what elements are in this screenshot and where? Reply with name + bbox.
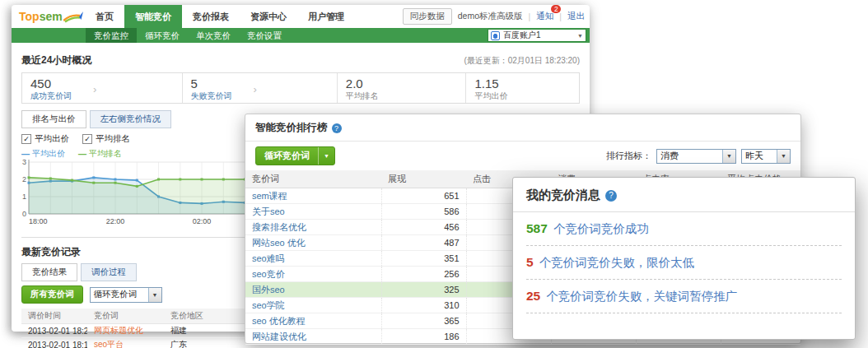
legend-avg-rank: —平均排名 — [78, 148, 122, 160]
chevron-down-icon: ▼ — [148, 288, 161, 302]
svg-text:02:00: 02:00 — [193, 217, 212, 225]
button-label: 循环竞价词 — [256, 147, 318, 165]
cell-keyword-link[interactable]: 国外seo — [245, 282, 381, 298]
nav-item-home[interactable]: 首页 — [85, 5, 124, 28]
logout-link[interactable]: 退出 — [567, 11, 585, 22]
subnav-item-single-bidding[interactable]: 单次竞价 — [188, 28, 239, 43]
select-value: 昨天 — [742, 150, 767, 162]
cell-keyword-link[interactable]: seo难吗 — [245, 251, 381, 267]
message-count: 5 — [526, 255, 534, 270]
message-success: 587 个竞价词竞价成功 — [526, 212, 842, 246]
baidu-account-icon — [491, 31, 500, 40]
subnav-item-loop-bidding[interactable]: 循环竞价 — [137, 28, 188, 43]
col-bid-region: 竞价地区 — [164, 309, 241, 324]
ranking-metric-label: 排行指标： — [606, 150, 651, 162]
logo-text-sem: sem — [40, 10, 63, 23]
tab-bid-results[interactable]: 竞价结果 — [21, 263, 77, 281]
separator: | — [559, 12, 562, 21]
separator: | — [529, 12, 531, 21]
top-navbar: Topsem 首页 智能竞价 竞价报表 资源中心 用户管理 同步数据 demo标… — [12, 5, 590, 28]
stat-label[interactable]: 成功竞价词 — [30, 90, 72, 102]
cell-impressions: 325 — [381, 282, 466, 298]
stat-label[interactable]: 失败竞价词 — [191, 90, 232, 102]
period-select[interactable]: 昨天 ▼ — [741, 149, 791, 164]
metric-select[interactable]: 消费 ▼ — [656, 149, 736, 164]
stat-average-rank: 2.0 平均排名 — [338, 73, 467, 103]
stat-label: 平均出价 — [474, 90, 507, 102]
cell-impressions: 256 — [381, 267, 466, 282]
cell-time: 2013-02-01 18:17 — [21, 338, 87, 348]
cell-keyword-link[interactable]: 搜索排名优化 — [245, 220, 381, 235]
cell-impressions: 456 — [381, 220, 466, 235]
checkbox-checked-icon: ✓ — [21, 134, 31, 144]
screenshot-canvas: { "logo": {"top": "Top", "sem": "sem"}, … — [0, 0, 868, 348]
cell-keyword-link[interactable]: seo学院 — [245, 298, 381, 313]
sync-data-button[interactable]: 同步数据 — [403, 8, 452, 25]
nav-item-smart-bidding[interactable]: 智能竞价 — [124, 5, 182, 28]
stat-failed-bid-words[interactable]: 5 失败竞价词 › — [183, 73, 338, 103]
cell-keyword-link[interactable]: 网站建设优化 — [245, 329, 381, 345]
button-label: 所有竞价词 — [22, 286, 82, 303]
ranking-title: 智能竞价排行榜 — [255, 121, 328, 135]
notifications-link[interactable]: 通知 2 — [536, 11, 553, 22]
cell-keyword-link[interactable]: seo竞价 — [245, 267, 381, 282]
select-value: 循环竞价词 — [91, 289, 141, 300]
cell-impressions: 365 — [381, 313, 466, 329]
tab-left-right-bidding[interactable]: 左右侧竞价情况 — [90, 110, 172, 128]
chevron-down-icon: ▼ — [577, 33, 583, 39]
stat-value: 1.15 — [474, 77, 507, 90]
col-bid-word: 竞价词 — [245, 170, 381, 188]
ranking-toolbar: 循环竞价词 ▼ 排行指标： 消费 ▼ 昨天 ▼ — [245, 142, 800, 170]
account-selector[interactable]: 百度账户1 ▼ — [488, 29, 586, 42]
main-menu: 首页 智能竞价 竞价报表 资源中心 用户管理 — [85, 5, 355, 28]
stat-successful-bid-words[interactable]: 450 成功竞价词 › — [22, 73, 183, 103]
nav-item-resource-center[interactable]: 资源中心 — [240, 5, 297, 28]
subnav-item-bid-monitoring[interactable]: 竞价监控 — [86, 28, 137, 43]
tab-adjustment-process[interactable]: 调价过程 — [81, 263, 137, 281]
nav-item-user-management[interactable]: 用户管理 — [297, 5, 355, 28]
message-count: 587 — [526, 221, 548, 236]
cell-keyword-link[interactable]: sem课程 — [245, 188, 381, 204]
all-bid-words-button[interactable]: 所有竞价词 — [21, 285, 83, 304]
subnav-item-bid-settings[interactable]: 竞价设置 — [239, 28, 290, 43]
chevron-down-icon: ▼ — [318, 147, 334, 165]
cell-keyword-link[interactable]: seo平台 — [87, 338, 164, 348]
message-link[interactable]: 个竞价词竞价成功 — [553, 221, 649, 237]
topsem-logo[interactable]: Topsem — [12, 5, 85, 28]
cell-keyword-link[interactable]: 网站seo 优化 — [245, 235, 381, 251]
cell-keyword-link[interactable]: 网页标题优化 — [87, 324, 164, 338]
tab-rank-and-bid[interactable]: 排名与出价 — [21, 110, 86, 128]
message-link[interactable]: 个竞价词竞价失败，关键词暂停推广 — [546, 289, 737, 304]
message-count: 25 — [526, 289, 540, 304]
stat-value: 2.0 — [346, 77, 379, 90]
nav-item-bid-reports[interactable]: 竞价报表 — [182, 5, 240, 28]
message-failed-low-limit: 5 个竞价词竞价失败，限价太低 — [526, 246, 842, 280]
cell-keyword-link[interactable]: 关于seo — [245, 204, 381, 220]
select-value: 消费 — [657, 150, 682, 162]
cell-impressions: 651 — [381, 188, 466, 204]
notification-badge: 2 — [551, 5, 561, 13]
cell-time: 2013-02-01 18:22 — [21, 324, 87, 338]
cell-impressions: 310 — [381, 298, 466, 313]
cell-impressions: 586 — [381, 204, 466, 220]
stat-value: 5 — [191, 77, 232, 90]
cell-keyword-link[interactable]: seo 优化教程 — [245, 313, 381, 329]
stat-label: 平均排名 — [346, 90, 379, 102]
chevron-down-icon: ▼ — [722, 150, 735, 163]
chevron-down-icon: ▼ — [777, 150, 790, 163]
message-link[interactable]: 个竞价词竞价失败，限价太低 — [539, 255, 695, 271]
loop-bid-words-dropdown-button[interactable]: 循环竞价词 ▼ — [255, 146, 335, 165]
svg-text:2: 2 — [22, 175, 26, 183]
help-icon[interactable]: ? — [605, 190, 617, 202]
notifications-label: 通知 — [536, 11, 553, 21]
help-icon[interactable]: ? — [332, 123, 342, 133]
loop-bid-words-select[interactable]: 循环竞价词 ▼ — [90, 287, 162, 303]
checkbox-checked-icon: ✓ — [82, 134, 92, 144]
stat-value: 450 — [30, 77, 72, 90]
avg-rank-checkbox[interactable]: ✓平均排名 — [82, 133, 130, 145]
overview-title: 最近24小时概况 — [21, 53, 91, 67]
records-title: 最新竞价记录 — [21, 246, 81, 258]
svg-text:22:00: 22:00 — [106, 217, 125, 225]
ranking-panel-header: 智能竞价排行榜 ? — [245, 114, 800, 142]
avg-bid-checkbox[interactable]: ✓平均出价 — [21, 133, 69, 145]
